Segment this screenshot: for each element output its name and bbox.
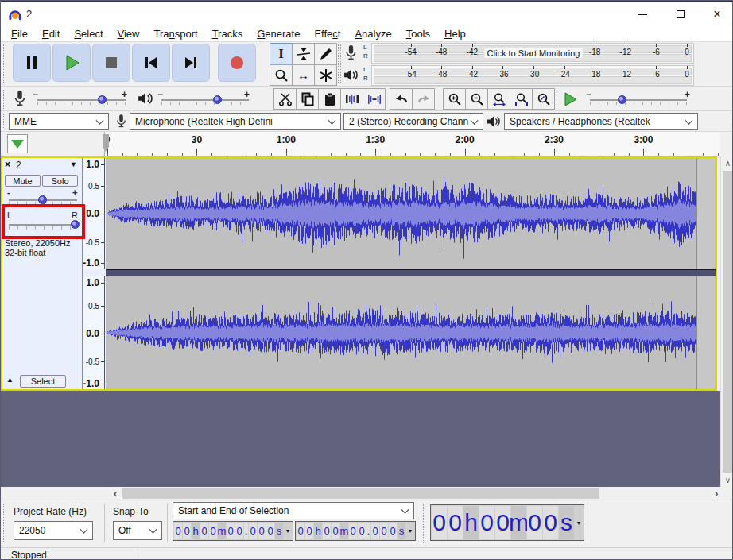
play-at-speed-grip[interactable] [554,90,557,109]
time-digit[interactable]: 0 [332,523,339,539]
selection-start-time[interactable]: 00h00m00.000s▼ [173,521,293,541]
timeline-ruler[interactable]: 0301:001:302:002:303:003:30 [104,132,720,156]
play-button[interactable] [52,44,91,82]
empty-track-area[interactable] [1,391,720,487]
time-digit[interactable]: 0 [479,506,494,539]
menu-analyze[interactable]: Analyze [347,26,398,41]
recording-device-select[interactable]: Microphone (Realtek High Defini [130,113,341,130]
tools-grip[interactable] [338,44,341,83]
menu-tools[interactable]: Tools [399,26,437,41]
time-digit[interactable]: 0 [358,523,366,539]
time-digit[interactable]: 0 [235,523,243,539]
time-digit[interactable]: 0 [349,523,357,539]
mute-button[interactable]: Mute [5,175,41,187]
play-speed-thumb[interactable] [618,95,626,104]
vertical-ruler-channel-2[interactable]: 1.00.50.0-0.5-1.0 [83,276,105,389]
selection-end-time[interactable]: 00h00m00.000s▼ [295,521,416,541]
pinned-play-head-button[interactable] [7,134,28,153]
track-name[interactable]: 2 [16,160,21,171]
playback-volume-thumb[interactable] [213,95,222,104]
time-digit[interactable]: 0 [249,523,257,539]
mixer-grip[interactable] [3,90,6,109]
horizontal-scrollbar-thumb[interactable] [122,488,599,499]
time-digit[interactable]: 0 [305,523,313,539]
menu-file[interactable]: File [4,26,35,41]
scroll-left-button[interactable]: ‹ [109,487,122,500]
channel-separator[interactable] [106,269,716,276]
envelope-tool-button[interactable] [292,43,315,64]
time-format-arrow[interactable]: ▼ [284,523,292,539]
time-digit[interactable]: 0 [323,523,331,539]
time-digit[interactable]: 0 [258,523,266,539]
time-digit[interactable]: . [244,523,248,539]
scroll-down-button[interactable]: ∨ [721,473,733,487]
time-digit[interactable]: 0 [297,523,304,539]
zoom-tool-button[interactable] [270,64,293,86]
skip-to-end-button[interactable] [172,44,210,82]
pause-button[interactable] [13,44,51,82]
waveform-area[interactable] [106,158,716,389]
scroll-up-button[interactable]: ∧ [721,156,733,170]
audio-host-select[interactable]: MME [9,113,109,130]
time-digit[interactable]: 0 [200,523,208,539]
track-menu-button[interactable]: ▼ [70,160,77,168]
recording-channels-select[interactable]: 2 (Stereo) Recording Chann [343,113,483,130]
project-rate-select[interactable]: 22050 [14,521,93,540]
waveform-channel-right[interactable] [107,276,715,389]
fit-project-button[interactable] [510,88,533,110]
time-digit[interactable]: 0 [266,523,274,539]
paste-button[interactable] [318,88,341,110]
skip-to-start-button[interactable] [132,44,170,82]
solo-button[interactable]: Solo [42,175,78,187]
maximize-button[interactable] [662,2,699,25]
time-digit[interactable]: 0 [432,506,447,539]
redo-button[interactable] [412,88,435,110]
menu-tracks[interactable]: Tracks [205,26,250,41]
time-format-arrow[interactable]: ▼ [575,506,583,539]
menu-effect[interactable]: Effect [307,26,347,41]
snap-to-select[interactable]: Off [113,521,162,540]
time-digit[interactable]: 0 [389,523,397,539]
close-track-button[interactable]: × [5,159,10,170]
recording-meter[interactable]: -54-48-42-18-12-60Click to Start Monitor… [371,43,694,64]
vertical-scrollbar-thumb[interactable] [723,171,733,473]
copy-button[interactable] [296,88,319,110]
audio-position-display[interactable]: 00h00m00s▼ [430,504,584,541]
recording-volume-thumb[interactable] [98,95,107,104]
silence-audio-button[interactable] [363,88,386,110]
minimize-button[interactable] [624,2,661,25]
menu-generate[interactable]: Generate [250,26,307,41]
select-track-button[interactable]: Select [20,375,66,388]
play-speed-slider[interactable] [590,99,687,101]
time-digit[interactable]: . [366,523,370,539]
zoom-toggle-button[interactable] [532,88,555,110]
playback-volume-slider[interactable] [161,99,249,101]
time-format-arrow[interactable]: ▼ [406,523,414,539]
menu-edit[interactable]: Edit [35,26,67,41]
time-digit[interactable]: 0 [371,523,379,539]
menu-view[interactable]: View [111,26,147,41]
trim-audio-button[interactable] [340,88,363,110]
time-digit[interactable]: 0 [174,523,182,539]
record-button[interactable] [218,44,256,82]
time-toolbar-grip[interactable] [421,504,424,543]
cut-button[interactable] [273,88,297,110]
time-digit[interactable]: 0 [183,523,191,539]
zoom-in-button[interactable] [443,88,466,110]
time-digit[interactable]: 0 [227,523,235,539]
play-at-speed-button[interactable] [559,88,581,110]
horizontal-scrollbar[interactable]: ‹ › [1,487,733,500]
menu-transport[interactable]: Transport [146,26,204,41]
time-digit[interactable]: 0 [448,506,463,539]
vertical-scrollbar[interactable]: ∧ ∨ [720,156,733,487]
fit-selection-button[interactable] [487,88,510,110]
collapse-track-button[interactable]: ▲ [6,376,14,384]
stop-button[interactable] [92,44,130,82]
zoom-out-button[interactable] [465,88,488,110]
vertical-ruler-channel-1[interactable]: 1.00.50.0-0.5-1.0 [83,158,105,269]
time-digit[interactable]: 0 [527,506,542,539]
playback-device-select[interactable]: Speakers / Headphones (Realtek [504,113,698,130]
device-grip[interactable] [3,114,6,129]
playback-meter[interactable]: -54-48-42-36-30-24-18-12-60 [371,65,694,86]
close-button[interactable]: × [699,2,733,25]
